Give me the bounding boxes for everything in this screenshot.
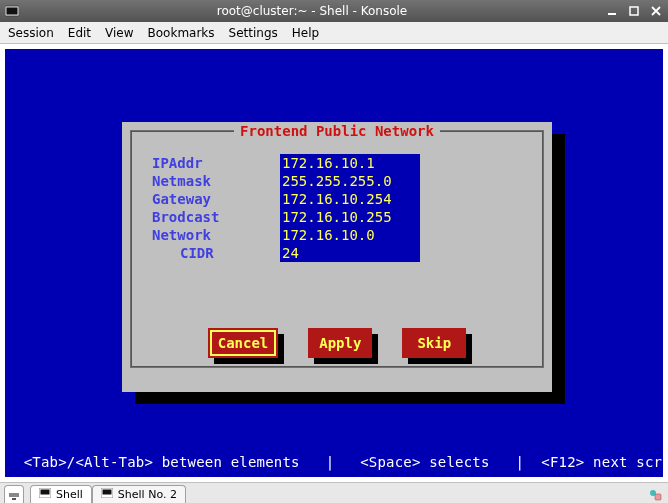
cancel-button[interactable]: Cancel	[208, 328, 279, 358]
menubar: Session Edit View Bookmarks Settings Hel…	[0, 22, 668, 44]
menu-settings[interactable]: Settings	[229, 26, 278, 40]
minimize-button[interactable]	[604, 3, 620, 19]
label-broadcast: Brodcast	[140, 208, 280, 226]
menu-edit[interactable]: Edit	[68, 26, 91, 40]
field-network: Network	[140, 226, 534, 244]
tab-bar: Shell Shell No. 2	[0, 482, 668, 503]
tab-shell-2[interactable]: Shell No. 2	[92, 485, 186, 503]
window-title: root@cluster:~ - Shell - Konsole	[217, 4, 407, 18]
new-tab-button[interactable]	[4, 485, 24, 503]
svg-rect-13	[655, 494, 661, 500]
field-cidr: CIDR	[140, 244, 534, 262]
maximize-button[interactable]	[626, 3, 642, 19]
hint-line: <Tab>/<Alt-Tab> between elements | <Spac…	[15, 453, 653, 471]
label-gateway: Gateway	[140, 190, 280, 208]
network-dialog: Frontend Public Network IPAddr Netmask G…	[122, 122, 552, 392]
menu-view[interactable]: View	[105, 26, 133, 40]
window-controls	[604, 3, 664, 19]
app-icon	[4, 3, 20, 19]
svg-rect-6	[9, 493, 19, 497]
field-gateway: Gateway	[140, 190, 534, 208]
input-network[interactable]	[280, 226, 420, 244]
input-netmask[interactable]	[280, 172, 420, 190]
svg-rect-11	[102, 490, 111, 495]
field-ipaddr: IPAddr	[140, 154, 534, 172]
field-netmask: Netmask	[140, 172, 534, 190]
menu-help[interactable]: Help	[292, 26, 319, 40]
input-broadcast[interactable]	[280, 208, 420, 226]
button-row: Cancel Apply Skip	[122, 328, 552, 358]
terminal[interactable]: Frontend Public Network IPAddr Netmask G…	[5, 49, 663, 477]
tab-shell-1[interactable]: Shell	[30, 485, 92, 503]
label-netmask: Netmask	[140, 172, 280, 190]
window-titlebar: root@cluster:~ - Shell - Konsole	[0, 0, 668, 22]
skip-button[interactable]: Skip	[402, 328, 466, 358]
tab-label: Shell	[56, 488, 83, 501]
terminal-icon	[101, 488, 113, 501]
label-cidr: CIDR	[140, 244, 280, 262]
apply-button[interactable]: Apply	[308, 328, 372, 358]
field-broadcast: Brodcast	[140, 208, 534, 226]
svg-rect-3	[630, 7, 638, 15]
terminal-icon	[39, 488, 51, 501]
label-ipaddr: IPAddr	[140, 154, 280, 172]
session-icon[interactable]	[646, 485, 664, 503]
menu-session[interactable]: Session	[8, 26, 54, 40]
svg-rect-7	[12, 498, 16, 500]
label-network: Network	[140, 226, 280, 244]
svg-rect-1	[7, 8, 18, 15]
menu-bookmarks[interactable]: Bookmarks	[148, 26, 215, 40]
close-button[interactable]	[648, 3, 664, 19]
dialog-title: Frontend Public Network	[122, 122, 552, 140]
input-cidr[interactable]	[280, 244, 420, 262]
field-list: IPAddr Netmask Gateway Brodcast Network	[140, 154, 534, 262]
input-gateway[interactable]	[280, 190, 420, 208]
tab-label: Shell No. 2	[118, 488, 177, 501]
svg-rect-9	[41, 490, 50, 495]
input-ipaddr[interactable]	[280, 154, 420, 172]
